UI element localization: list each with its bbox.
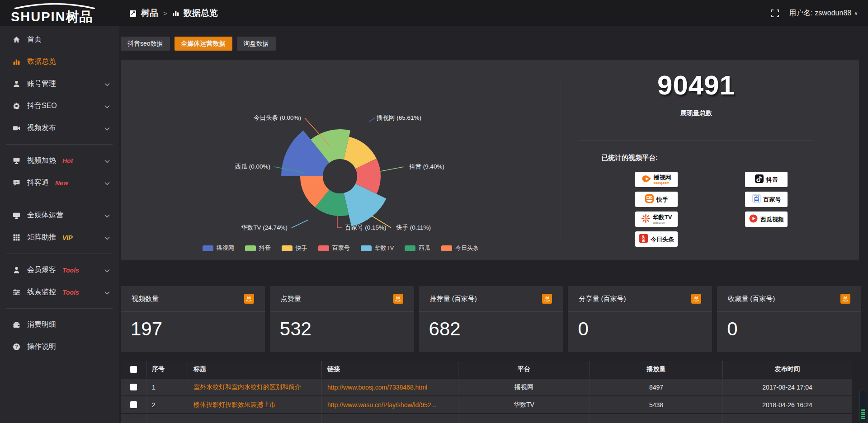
breadcrumb-root[interactable]: 树品	[141, 7, 158, 19]
data-tabs: 抖音seo数据全媒体运营数据询盘数据	[121, 37, 276, 51]
legend-item-今日头条[interactable]: 今日头条	[441, 244, 479, 252]
app-logo[interactable]: SHUPIN树品	[9, 2, 108, 24]
stat-card-total-badge[interactable]: 总	[840, 294, 850, 304]
user-menu[interactable]: 用户名: zswodun88 ∨	[789, 9, 858, 18]
cell-title[interactable]: 楼体投影灯投影效果震撼上市	[188, 396, 322, 413]
sliders-icon	[12, 288, 20, 296]
tab-全媒体运营数据[interactable]: 全媒体运营数据	[175, 37, 232, 51]
horizontal-divider	[579, 140, 814, 141]
tab-抖音seo数据[interactable]: 抖音seo数据	[121, 37, 170, 51]
chevron-down-icon	[104, 179, 110, 187]
stat-card-total-badge[interactable]: 总	[542, 294, 552, 304]
stat-card-value: 0	[568, 312, 712, 340]
legend-label: 华数TV	[375, 244, 394, 252]
sidebar-item-badge: VIP	[62, 234, 73, 241]
compose-icon	[129, 9, 137, 17]
sidebar-item-数据总览[interactable]: 数据总览	[0, 51, 119, 73]
legend-item-快手[interactable]: 快手	[282, 244, 307, 252]
empty-cell	[590, 414, 723, 423]
table-row[interactable]: 1室外水纹灯和室内水纹灯的区别和简介http://www.boosj.com/7…	[121, 379, 852, 395]
platform-badges-left-column: 播视网boosj.com快手华数TVwasu.cn头条今日头条	[635, 172, 678, 247]
home-icon	[12, 36, 20, 44]
floating-side-widget[interactable]	[859, 390, 867, 422]
platform-badge-西瓜视频[interactable]: 西瓜视频	[745, 212, 788, 227]
platform-name: 今日头条	[651, 236, 674, 242]
stat-card-value: 532	[270, 312, 414, 340]
sidebar-divider	[6, 254, 113, 254]
sidebar-item-label: 视频加热	[27, 156, 56, 165]
pie-legend: 播视网抖音快手百家号华数TV西瓜今日头条	[121, 244, 561, 252]
legend-label: 今日头条	[455, 244, 479, 252]
stat-card-total-badge[interactable]: 总	[244, 294, 254, 304]
platform-sub: boosj.com	[654, 181, 671, 184]
stat-card-label: 推荐量 (百家号)	[430, 295, 477, 303]
stat-card-total-badge[interactable]: 总	[691, 294, 701, 304]
platform-badge-text: 抖音	[766, 177, 778, 183]
tab-询盘数据[interactable]: 询盘数据	[237, 37, 276, 51]
sidebar-item-label: 全媒体运营	[27, 211, 63, 220]
sidebar-item-badge: Hot	[62, 157, 73, 164]
platform-badge-播视网[interactable]: 播视网boosj.com	[635, 172, 678, 187]
fullscreen-icon[interactable]	[771, 9, 779, 17]
sidebar-item-线索监控[interactable]: 线索监控Tools	[0, 281, 119, 303]
user-icon	[12, 80, 20, 88]
cell-link[interactable]: http://www.wasu.cn/Play/show/id/952...	[322, 396, 458, 413]
row-checkbox[interactable]	[130, 401, 137, 408]
sidebar-item-矩阵助推[interactable]: 矩阵助推VIP	[0, 226, 119, 249]
sidebar-item-首页[interactable]: 首页	[0, 28, 119, 51]
legend-item-抖音[interactable]: 抖音	[245, 244, 271, 252]
platform-badge-百家号[interactable]: 百百家号	[745, 192, 788, 207]
table-header-链接: 链接	[322, 361, 458, 378]
cell-title[interactable]: 室外水纹灯和室内水纹灯的区别和简介	[188, 379, 322, 395]
legend-item-百家号[interactable]: 百家号	[318, 244, 350, 252]
platform-name: 抖音	[766, 177, 778, 183]
legend-item-西瓜[interactable]: 西瓜	[405, 244, 430, 252]
platform-badge-抖音[interactable]: 抖音	[745, 172, 788, 187]
cell-published: 2017-08-24 17:04	[723, 379, 852, 395]
sidebar-divider	[6, 144, 113, 145]
sidebar-item-全媒体运营[interactable]: 全媒体运营	[0, 204, 119, 226]
sidebar-item-账号管理[interactable]: 账号管理	[0, 73, 119, 95]
select-all-checkbox[interactable]	[130, 366, 137, 373]
platform-badge-今日头条[interactable]: 头条今日头条	[635, 231, 678, 247]
legend-item-播视网[interactable]: 播视网	[203, 244, 234, 252]
pie-label-西瓜: 西瓜 (0.00%)	[235, 163, 270, 170]
platform-share-pie-chart[interactable]: 播视网 (65.61%)抖音 (9.40%)快手 (0.11%)百家号 (0.1…	[121, 60, 561, 260]
stat-card-total-badge[interactable]: 总	[393, 294, 403, 304]
sidebar-item-操作说明[interactable]: ?操作说明	[0, 336, 119, 358]
stat-card-header: 视频数量总	[121, 286, 265, 312]
kuaishou-logo-icon	[645, 194, 654, 205]
platform-name: 播视网	[654, 174, 671, 180]
cell-link[interactable]: http://www.boosj.com/7338468.html	[322, 379, 458, 395]
sidebar-item-抖音SEO[interactable]: 抖音SEO	[0, 95, 119, 117]
row-checkbox[interactable]	[130, 384, 137, 390]
legend-item-华数TV[interactable]: 华数TV	[361, 244, 394, 252]
sidebar-item-label: 视频发布	[27, 123, 56, 133]
stat-card-收藏量 (百家号): 收藏量 (百家号)总0	[717, 286, 861, 352]
stat-card-value: 0	[717, 312, 861, 340]
sidebar-item-label: 会员爆客	[27, 265, 56, 275]
platforms-title: 已统计的视频平台:	[601, 154, 658, 162]
pie-slice-华数TV[interactable]	[344, 184, 387, 226]
platform-badge-text: 播视网boosj.com	[654, 174, 671, 184]
empty-cell	[146, 414, 188, 423]
pie-label-快手: 快手 (0.11%)	[396, 224, 431, 231]
sidebar-item-会员爆客[interactable]: 会员爆客Tools	[0, 259, 119, 281]
sidebar-item-label: 账号管理	[27, 79, 56, 89]
sidebar-item-视频加热[interactable]: 视频加热Hot	[0, 150, 119, 172]
table-row[interactable]: 2楼体投影灯投影效果震撼上市http://www.wasu.cn/Play/sh…	[121, 396, 852, 413]
sidebar-item-消费明细[interactable]: 消费明细	[0, 314, 119, 336]
table-header-checkbox-cell	[121, 361, 146, 378]
monitor-icon	[12, 212, 20, 220]
legend-swatch	[441, 245, 452, 251]
platform-badge-华数TV[interactable]: 华数TVwasu.cn	[635, 212, 678, 227]
platform-badge-快手[interactable]: 快手	[635, 192, 678, 207]
bar-chart-icon	[172, 10, 179, 17]
sidebar-item-视频发布[interactable]: 视频发布	[0, 117, 119, 139]
platform-badge-text: 百家号	[764, 197, 781, 202]
sidebar-item-抖客通[interactable]: 抖客通New	[0, 172, 119, 194]
chevron-down-icon	[104, 157, 110, 165]
svg-text:?: ?	[15, 344, 18, 349]
table-row-partial	[121, 414, 852, 423]
logo-text: SHUPIN树品	[11, 8, 93, 26]
